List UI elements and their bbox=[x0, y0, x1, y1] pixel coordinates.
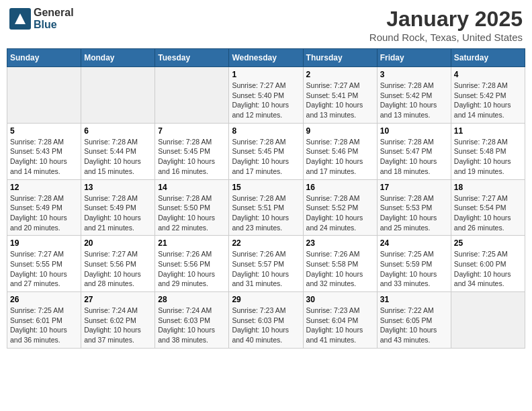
day-info: Sunrise: 7:27 AM Sunset: 5:54 PM Dayligh… bbox=[454, 193, 522, 233]
day-number: 12 bbox=[10, 183, 78, 192]
calendar-cell: 2Sunrise: 7:27 AM Sunset: 5:41 PM Daylig… bbox=[303, 67, 377, 124]
column-header-saturday: Saturday bbox=[451, 49, 525, 67]
calendar-cell: 26Sunrise: 7:25 AM Sunset: 6:01 PM Dayli… bbox=[7, 292, 81, 349]
calendar-cell: 14Sunrise: 7:28 AM Sunset: 5:50 PM Dayli… bbox=[155, 179, 229, 236]
day-info: Sunrise: 7:28 AM Sunset: 5:51 PM Dayligh… bbox=[232, 193, 300, 233]
day-info: Sunrise: 7:22 AM Sunset: 6:05 PM Dayligh… bbox=[380, 306, 448, 345]
calendar-cell: 23Sunrise: 7:26 AM Sunset: 5:58 PM Dayli… bbox=[303, 236, 377, 292]
day-number: 5 bbox=[10, 126, 78, 136]
day-number: 9 bbox=[306, 126, 374, 136]
day-number: 8 bbox=[232, 126, 300, 136]
day-info: Sunrise: 7:28 AM Sunset: 5:42 PM Dayligh… bbox=[454, 81, 522, 120]
day-number: 3 bbox=[380, 70, 448, 79]
day-info: Sunrise: 7:28 AM Sunset: 5:46 PM Dayligh… bbox=[306, 137, 374, 177]
day-info: Sunrise: 7:25 AM Sunset: 6:00 PM Dayligh… bbox=[454, 249, 522, 289]
main-title: January 2025 bbox=[369, 7, 523, 32]
calendar-cell: 21Sunrise: 7:26 AM Sunset: 5:56 PM Dayli… bbox=[155, 236, 229, 292]
day-info: Sunrise: 7:24 AM Sunset: 6:03 PM Dayligh… bbox=[158, 306, 226, 345]
header-row: SundayMondayTuesdayWednesdayThursdayFrid… bbox=[7, 49, 525, 67]
calendar-cell: 15Sunrise: 7:28 AM Sunset: 5:51 PM Dayli… bbox=[229, 179, 303, 236]
logo-general: General bbox=[34, 7, 74, 19]
day-info: Sunrise: 7:27 AM Sunset: 5:40 PM Dayligh… bbox=[232, 81, 300, 120]
calendar-cell: 6Sunrise: 7:28 AM Sunset: 5:44 PM Daylig… bbox=[81, 123, 155, 179]
calendar-cell: 9Sunrise: 7:28 AM Sunset: 5:46 PM Daylig… bbox=[303, 123, 377, 179]
title-block: January 2025 Round Rock, Texas, United S… bbox=[369, 7, 523, 43]
week-row-1: 1Sunrise: 7:27 AM Sunset: 5:40 PM Daylig… bbox=[7, 67, 525, 124]
calendar-cell: 25Sunrise: 7:25 AM Sunset: 6:00 PM Dayli… bbox=[451, 236, 525, 292]
day-info: Sunrise: 7:25 AM Sunset: 6:01 PM Dayligh… bbox=[10, 306, 78, 345]
day-number: 7 bbox=[158, 126, 226, 136]
day-number: 25 bbox=[454, 238, 522, 248]
column-header-monday: Monday bbox=[81, 49, 155, 67]
column-header-sunday: Sunday bbox=[7, 49, 81, 67]
day-number: 31 bbox=[380, 295, 448, 304]
calendar-cell: 18Sunrise: 7:27 AM Sunset: 5:54 PM Dayli… bbox=[451, 179, 525, 236]
calendar-cell bbox=[451, 292, 525, 349]
logo: General Blue bbox=[9, 7, 74, 31]
subtitle: Round Rock, Texas, United States bbox=[369, 32, 523, 43]
week-row-3: 12Sunrise: 7:28 AM Sunset: 5:49 PM Dayli… bbox=[7, 179, 525, 236]
day-number: 14 bbox=[158, 183, 226, 192]
day-number: 6 bbox=[84, 126, 152, 136]
calendar-cell bbox=[81, 67, 155, 124]
calendar-cell: 29Sunrise: 7:23 AM Sunset: 6:03 PM Dayli… bbox=[229, 292, 303, 349]
calendar-table: SundayMondayTuesdayWednesdayThursdayFrid… bbox=[7, 48, 525, 349]
day-info: Sunrise: 7:25 AM Sunset: 5:59 PM Dayligh… bbox=[380, 249, 448, 289]
page-header: General Blue January 2025 Round Rock, Te… bbox=[7, 7, 525, 43]
day-info: Sunrise: 7:27 AM Sunset: 5:55 PM Dayligh… bbox=[10, 249, 78, 289]
calendar-cell: 24Sunrise: 7:25 AM Sunset: 5:59 PM Dayli… bbox=[377, 236, 451, 292]
calendar-cell: 28Sunrise: 7:24 AM Sunset: 6:03 PM Dayli… bbox=[155, 292, 229, 349]
day-number: 15 bbox=[232, 183, 300, 192]
calendar-cell bbox=[155, 67, 229, 124]
day-info: Sunrise: 7:26 AM Sunset: 5:57 PM Dayligh… bbox=[232, 249, 300, 289]
column-header-wednesday: Wednesday bbox=[229, 49, 303, 67]
day-info: Sunrise: 7:24 AM Sunset: 6:02 PM Dayligh… bbox=[84, 306, 152, 345]
calendar-cell: 19Sunrise: 7:27 AM Sunset: 5:55 PM Dayli… bbox=[7, 236, 81, 292]
day-info: Sunrise: 7:26 AM Sunset: 5:56 PM Dayligh… bbox=[158, 249, 226, 289]
calendar-cell: 13Sunrise: 7:28 AM Sunset: 5:49 PM Dayli… bbox=[81, 179, 155, 236]
logo-icon bbox=[9, 8, 31, 30]
column-header-friday: Friday bbox=[377, 49, 451, 67]
logo-blue: Blue bbox=[34, 19, 74, 31]
week-row-2: 5Sunrise: 7:28 AM Sunset: 5:43 PM Daylig… bbox=[7, 123, 525, 179]
day-info: Sunrise: 7:28 AM Sunset: 5:48 PM Dayligh… bbox=[454, 137, 522, 177]
day-number: 2 bbox=[306, 70, 374, 79]
day-info: Sunrise: 7:28 AM Sunset: 5:43 PM Dayligh… bbox=[10, 137, 78, 177]
calendar-cell: 16Sunrise: 7:28 AM Sunset: 5:52 PM Dayli… bbox=[303, 179, 377, 236]
day-info: Sunrise: 7:28 AM Sunset: 5:47 PM Dayligh… bbox=[380, 137, 448, 177]
day-info: Sunrise: 7:27 AM Sunset: 5:56 PM Dayligh… bbox=[84, 249, 152, 289]
calendar-cell: 11Sunrise: 7:28 AM Sunset: 5:48 PM Dayli… bbox=[451, 123, 525, 179]
day-number: 24 bbox=[380, 238, 448, 248]
day-info: Sunrise: 7:28 AM Sunset: 5:53 PM Dayligh… bbox=[380, 193, 448, 233]
calendar-cell bbox=[7, 67, 81, 124]
day-number: 18 bbox=[454, 183, 522, 192]
calendar-cell: 30Sunrise: 7:23 AM Sunset: 6:04 PM Dayli… bbox=[303, 292, 377, 349]
calendar-cell: 22Sunrise: 7:26 AM Sunset: 5:57 PM Dayli… bbox=[229, 236, 303, 292]
day-info: Sunrise: 7:28 AM Sunset: 5:45 PM Dayligh… bbox=[158, 137, 226, 177]
day-number: 11 bbox=[454, 126, 522, 136]
day-info: Sunrise: 7:26 AM Sunset: 5:58 PM Dayligh… bbox=[306, 249, 374, 289]
day-number: 20 bbox=[84, 238, 152, 248]
day-number: 1 bbox=[232, 70, 300, 79]
week-row-5: 26Sunrise: 7:25 AM Sunset: 6:01 PM Dayli… bbox=[7, 292, 525, 349]
day-info: Sunrise: 7:28 AM Sunset: 5:50 PM Dayligh… bbox=[158, 193, 226, 233]
day-number: 19 bbox=[10, 238, 78, 248]
day-info: Sunrise: 7:28 AM Sunset: 5:49 PM Dayligh… bbox=[84, 193, 152, 233]
day-number: 22 bbox=[232, 238, 300, 248]
day-number: 10 bbox=[380, 126, 448, 136]
calendar-cell: 3Sunrise: 7:28 AM Sunset: 5:42 PM Daylig… bbox=[377, 67, 451, 124]
calendar-cell: 12Sunrise: 7:28 AM Sunset: 5:49 PM Dayli… bbox=[7, 179, 81, 236]
calendar-cell: 10Sunrise: 7:28 AM Sunset: 5:47 PM Dayli… bbox=[377, 123, 451, 179]
week-row-4: 19Sunrise: 7:27 AM Sunset: 5:55 PM Dayli… bbox=[7, 236, 525, 292]
calendar-cell: 4Sunrise: 7:28 AM Sunset: 5:42 PM Daylig… bbox=[451, 67, 525, 124]
day-number: 21 bbox=[158, 238, 226, 248]
day-info: Sunrise: 7:28 AM Sunset: 5:44 PM Dayligh… bbox=[84, 137, 152, 177]
calendar-cell: 17Sunrise: 7:28 AM Sunset: 5:53 PM Dayli… bbox=[377, 179, 451, 236]
calendar-cell: 8Sunrise: 7:28 AM Sunset: 5:45 PM Daylig… bbox=[229, 123, 303, 179]
column-header-thursday: Thursday bbox=[303, 49, 377, 67]
day-number: 17 bbox=[380, 183, 448, 192]
day-info: Sunrise: 7:23 AM Sunset: 6:03 PM Dayligh… bbox=[232, 306, 300, 345]
calendar-cell: 27Sunrise: 7:24 AM Sunset: 6:02 PM Dayli… bbox=[81, 292, 155, 349]
day-info: Sunrise: 7:28 AM Sunset: 5:52 PM Dayligh… bbox=[306, 193, 374, 233]
day-info: Sunrise: 7:23 AM Sunset: 6:04 PM Dayligh… bbox=[306, 306, 374, 345]
